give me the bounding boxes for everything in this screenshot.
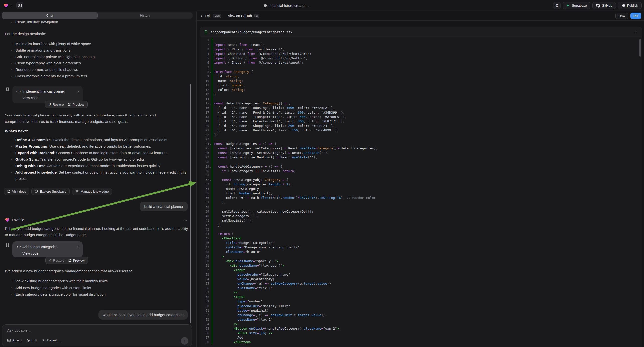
fold-chevron-icon[interactable]: ⌄ — [209, 164, 212, 169]
line-number: 44 — [200, 232, 209, 236]
restore-button[interactable]: ↺Restore — [48, 102, 64, 106]
logo-chevron-down-icon[interactable]: ⌄ — [10, 4, 13, 7]
ready-paragraph: Your sleek financial planner is now read… — [5, 112, 177, 125]
sidebar-toggle-button[interactable] — [16, 2, 24, 9]
tab-chat[interactable]: Chat — [2, 12, 97, 19]
diff-button[interactable]: Diff — [630, 13, 641, 19]
line-number: 26 — [200, 150, 209, 155]
bookmark-icon[interactable] — [6, 87, 10, 92]
list-item: •Add project knowledge: Set key context … — [12, 169, 189, 182]
code-editor[interactable]: 1 2import React from 'react';3import { P… — [200, 37, 642, 347]
bullet-icon: • — [12, 47, 16, 54]
version-card-add-budget-categories[interactable]: < > Add budget categories › View code — [12, 242, 83, 258]
fold-chevron-icon[interactable]: ⌄ — [209, 101, 212, 106]
line-number: 52 — [200, 268, 209, 272]
code-line: 27 const [newLimit, setNewLimit] = React… — [200, 155, 642, 160]
line-number: 14 — [200, 96, 209, 101]
fold-chevron-icon[interactable]: ⌄ — [209, 70, 212, 74]
line-number: 10 — [200, 79, 209, 83]
view-on-github-link[interactable]: View on GitHub — [228, 14, 252, 18]
fold-chevron-icon[interactable]: ⌄ — [209, 142, 212, 146]
project-switcher[interactable]: financial-future-creator ⌄ — [264, 0, 310, 11]
line-number: 63 — [200, 318, 209, 322]
list-item: •Clean typography with clear hierarchies — [12, 60, 186, 66]
chat-history-tabs: Chat History — [2, 12, 193, 19]
line-number: 64 — [200, 322, 209, 326]
send-button[interactable]: ↑ — [181, 337, 188, 344]
view-code-link[interactable]: View code — [16, 252, 79, 256]
code-line: 68 </Button> — [200, 340, 642, 344]
added-bullet-list: •View existing budget categories with th… — [12, 278, 186, 298]
view-code-link[interactable]: View code — [16, 96, 79, 100]
external-link-icon — [7, 190, 10, 193]
file-card: src/components/budget/BudgetCategories.t… — [200, 27, 642, 347]
raw-button[interactable]: Raw — [615, 13, 628, 19]
line-number: 2 — [200, 42, 209, 47]
line-number: 60 — [200, 304, 209, 308]
back-chevron-icon[interactable]: ‹ — [201, 14, 202, 18]
fold-gutter — [209, 52, 212, 56]
fold-gutter — [209, 286, 212, 290]
code-line: 34 name: newCategory, — [200, 187, 642, 191]
supabase-button[interactable]: Supabase — [562, 2, 590, 9]
bullet-icon: • — [12, 291, 16, 298]
line-number: 21 — [200, 128, 209, 133]
manage-knowledge-button[interactable]: Manage knowledge — [72, 188, 112, 195]
edit-button[interactable]: Edit — [27, 338, 37, 342]
user-message: build a financial planner — [140, 202, 188, 211]
fold-gutter — [209, 214, 212, 218]
github-button[interactable]: GitHub — [592, 2, 616, 9]
code-line: 20 { id: '5', name: 'Shopping', limit: 2… — [200, 124, 642, 128]
visit-docs-button[interactable]: Visit docs — [4, 188, 29, 195]
fold-gutter — [209, 204, 212, 209]
fold-gutter — [209, 60, 212, 65]
code-line: 18 { id: '3', name: 'Transportation', li… — [200, 115, 642, 119]
file-header[interactable]: src/components/budget/BudgetCategories.t… — [200, 27, 642, 37]
github-icon — [596, 4, 600, 8]
line-number: 32 — [200, 178, 209, 182]
mode-selector[interactable]: Default ⌄ — [42, 338, 61, 342]
explore-supabase-button[interactable]: Explore Supabase — [31, 188, 70, 195]
message-menu-button[interactable]: ··· — [184, 218, 188, 222]
lovable-logo-heart-icon[interactable] — [4, 3, 8, 8]
code-line: 57 /> — [200, 290, 642, 295]
collapse-chevron-up-icon[interactable] — [634, 31, 638, 33]
exit-button[interactable]: Exit — [205, 14, 210, 18]
target-icon — [27, 338, 30, 342]
fold-chevron-icon[interactable]: ⌄ — [209, 178, 212, 182]
code-line: 61 value={newLimit} — [200, 308, 642, 313]
chat-input[interactable] — [7, 328, 132, 332]
bookmark-icon[interactable] — [6, 243, 10, 247]
fold-gutter — [209, 254, 212, 259]
code-line: 49 > — [200, 254, 642, 259]
fold-gutter — [209, 169, 212, 173]
line-number: 17 — [200, 110, 209, 115]
restore-button[interactable]: ↺Restore — [49, 259, 64, 262]
preview-button[interactable]: Preview — [68, 102, 84, 106]
publish-button[interactable]: Publish — [618, 2, 642, 9]
code-line: 42 }; — [200, 223, 642, 227]
fold-gutter — [209, 133, 212, 137]
line-number: 3 — [200, 47, 209, 52]
fold-gutter — [209, 106, 212, 110]
fold-gutter — [209, 119, 212, 124]
fold-gutter — [209, 47, 212, 52]
code-line: 28 — [200, 160, 642, 164]
g-shortcut-badge: G — [254, 14, 260, 18]
code-line: 19 { id: '4', name: 'Entertainment', lim… — [200, 119, 642, 124]
restore-icon: ↺ — [48, 102, 51, 106]
code-scrollbar[interactable] — [639, 39, 641, 56]
settings-button[interactable]: ⚙ — [553, 2, 560, 9]
chat-scrollbar[interactable] — [190, 84, 191, 323]
attach-button[interactable]: Attach — [7, 338, 22, 342]
fold-gutter — [209, 173, 212, 178]
tab-history[interactable]: History — [97, 12, 193, 19]
line-number: 46 — [200, 241, 209, 245]
chevron-right-icon: › — [78, 89, 79, 94]
code-line: 66 <Plus size={16} /> — [200, 331, 642, 335]
code-line: 5import { Button } from '@/components/ui… — [200, 56, 642, 60]
preview-button[interactable]: Preview — [68, 259, 84, 262]
code-line: 22]; — [200, 133, 642, 137]
supabase-label: Supabase — [572, 4, 587, 8]
fold-gutter — [209, 318, 212, 322]
